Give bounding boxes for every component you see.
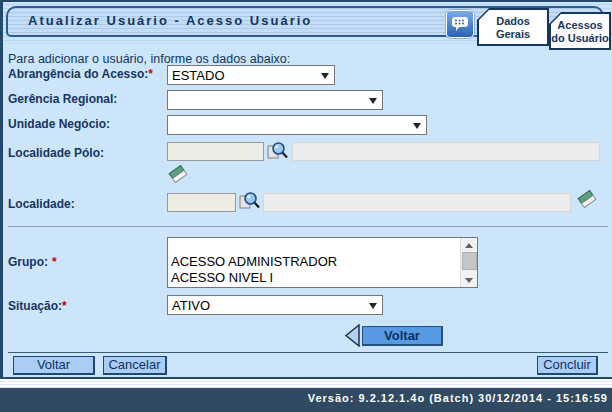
version-text: Versão: 9.2.12.1.4o (Batch) 30/12/2014 -… bbox=[308, 392, 608, 404]
eraser-icon bbox=[166, 163, 190, 185]
tab-label-line2: Gerais bbox=[477, 28, 549, 41]
abrangencia-label: Abrangência do Acesso:* bbox=[8, 67, 153, 81]
frame-left-border bbox=[0, 0, 3, 379]
scroll-up-icon[interactable] bbox=[461, 238, 477, 252]
footer-divider bbox=[8, 352, 608, 353]
localidade-label: Localidade: bbox=[8, 197, 75, 211]
scrollbar-thumb[interactable] bbox=[462, 252, 477, 270]
tab-acessos-do-usuario[interactable]: Acessos do Usuário bbox=[549, 12, 611, 50]
abrangencia-label-text: Abrangência do Acesso: bbox=[8, 67, 148, 81]
voltar-mid-button[interactable]: Voltar bbox=[362, 326, 443, 346]
localidade-clear-button[interactable] bbox=[575, 188, 599, 212]
magnifier-over-page-icon bbox=[265, 139, 289, 163]
localidade-code-field bbox=[167, 193, 236, 212]
magnifier-over-page-icon bbox=[237, 189, 261, 213]
scroll-down-icon[interactable] bbox=[461, 273, 477, 287]
localidade-polo-search-button[interactable] bbox=[265, 139, 289, 163]
localidade-search-button[interactable] bbox=[237, 189, 261, 213]
tab-label-line2: do Usuário bbox=[549, 32, 611, 45]
app-window: Atualizar Usuário - Acesso Usuário Dados… bbox=[0, 0, 612, 412]
chevron-down-icon bbox=[321, 73, 329, 79]
localidade-polo-label-text: Localidade Pólo: bbox=[8, 146, 104, 160]
tab-label-line1: Acessos bbox=[549, 19, 611, 32]
localidade-label-text: Localidade: bbox=[8, 197, 75, 211]
grupo-scrollbar[interactable] bbox=[460, 238, 477, 287]
chevron-down-icon bbox=[413, 123, 421, 129]
voltar-button[interactable]: Voltar bbox=[13, 356, 95, 375]
grupo-option-blank[interactable] bbox=[168, 238, 477, 254]
localidade-polo-name-field bbox=[292, 142, 600, 161]
chat-bubble-icon bbox=[450, 14, 470, 34]
intro-text: Para adicionar o usuário, informe os dad… bbox=[8, 52, 290, 66]
localidade-polo-clear-button[interactable] bbox=[166, 163, 190, 187]
grupo-label: Grupo:* bbox=[8, 255, 57, 269]
eraser-icon bbox=[575, 188, 599, 210]
concluir-button[interactable]: Concluir bbox=[537, 356, 598, 375]
localidade-name-field bbox=[263, 193, 571, 212]
situacao-label-text: Situação: bbox=[8, 299, 62, 313]
chevron-down-icon bbox=[369, 303, 377, 309]
left-arrow-icon bbox=[343, 324, 361, 347]
frame-bottom-border bbox=[0, 377, 612, 379]
unidade-select[interactable] bbox=[167, 115, 427, 135]
situacao-select[interactable]: ATIVO bbox=[167, 295, 383, 315]
tab-dados-gerais[interactable]: Dados Gerais bbox=[477, 8, 549, 46]
back-arrow-button[interactable] bbox=[343, 324, 361, 347]
gerencia-label-text: Gerência Regional: bbox=[8, 92, 117, 106]
situacao-selected-value: ATIVO bbox=[172, 298, 210, 313]
gerencia-label: Gerência Regional: bbox=[8, 92, 117, 106]
footer-striped-band bbox=[0, 379, 612, 388]
unidade-label-text: Unidade Negócio: bbox=[8, 117, 110, 131]
grupo-listbox[interactable]: ACESSO ADMINISTRADOR ACESSO NIVEL I bbox=[167, 237, 478, 288]
localidade-polo-label: Localidade Pólo: bbox=[8, 146, 104, 160]
page-title: Atualizar Usuário - Acesso Usuário bbox=[28, 13, 312, 28]
tab-label-line1: Dados bbox=[477, 15, 549, 28]
frame-top-border bbox=[0, 0, 612, 2]
cancelar-button[interactable]: Cancelar bbox=[103, 356, 167, 375]
grupo-label-text: Grupo: bbox=[8, 255, 48, 269]
unidade-label: Unidade Negócio: bbox=[8, 117, 110, 131]
tab-label: Acessos do Usuário bbox=[549, 19, 611, 45]
grupo-option[interactable]: ACESSO NIVEL I bbox=[168, 270, 477, 286]
gerencia-select[interactable] bbox=[167, 90, 383, 110]
help-chat-icon[interactable] bbox=[447, 11, 473, 37]
abrangencia-select[interactable]: ESTADO bbox=[167, 65, 335, 85]
chevron-down-icon bbox=[369, 98, 377, 104]
status-bar: Versão: 9.2.12.1.4o (Batch) 30/12/2014 -… bbox=[0, 388, 612, 412]
section-divider bbox=[8, 226, 608, 227]
tab-label: Dados Gerais bbox=[477, 15, 549, 41]
required-asterisk: * bbox=[148, 67, 153, 81]
situacao-label: Situação:* bbox=[8, 299, 67, 313]
abrangencia-selected-value: ESTADO bbox=[172, 68, 225, 83]
grupo-option[interactable]: ACESSO ADMINISTRADOR bbox=[168, 254, 477, 270]
localidade-polo-code-field bbox=[167, 142, 264, 161]
required-asterisk: * bbox=[52, 255, 57, 269]
required-asterisk: * bbox=[62, 299, 67, 313]
